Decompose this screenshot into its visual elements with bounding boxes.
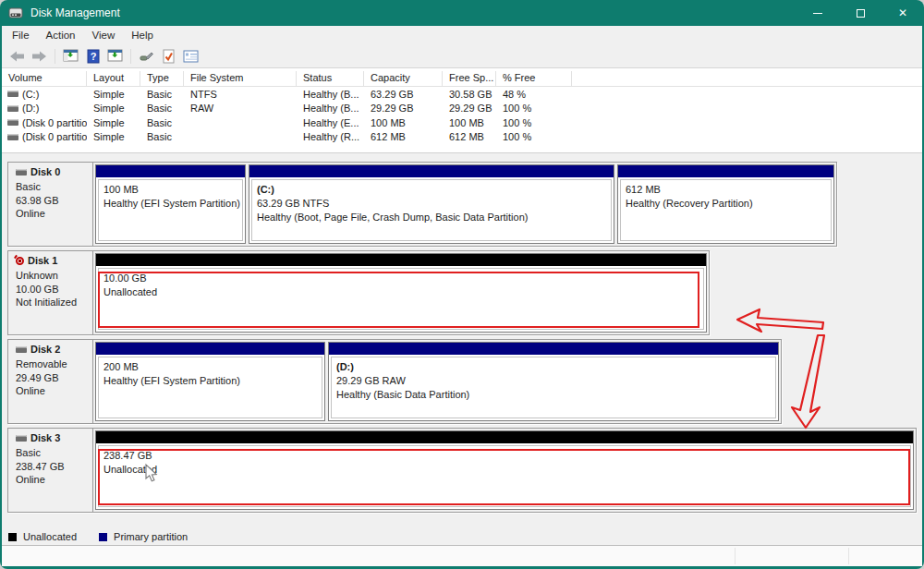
partition-recovery-disk0[interactable]: 612 MB Healthy (Recovery Partition) — [617, 164, 834, 244]
table-row[interactable]: (Disk 0 partition 4) Simple Basic Health… — [2, 130, 922, 145]
column-header-pct-free[interactable]: % Free — [496, 71, 572, 86]
column-header-file-system[interactable]: File System — [184, 71, 297, 86]
disk0-label[interactable]: Disk 0 Basic 63.98 GB Online — [8, 163, 93, 246]
cell-type: Basic — [140, 89, 184, 100]
volume-name: (D:) — [22, 103, 39, 114]
partition-size: 29.29 GB RAW — [336, 374, 773, 388]
cell-type: Basic — [140, 131, 184, 142]
column-header-status[interactable]: Status — [297, 71, 364, 86]
legend-label-unallocated: Unallocated — [23, 531, 77, 542]
column-header-free-space[interactable]: Free Sp... — [443, 71, 496, 86]
disk-name: Disk 3 — [30, 432, 60, 443]
disk3-partitions: 238.47 GB Unallocated — [93, 429, 916, 512]
menu-action[interactable]: Action — [38, 28, 84, 42]
partition-size: 63.29 GB NTFS — [257, 197, 609, 211]
disk-row-0: Disk 0 Basic 63.98 GB Online 100 MB Heal… — [7, 162, 837, 247]
partition-efi-disk0[interactable]: 100 MB Healthy (EFI System Partition) — [95, 164, 246, 244]
table-row[interactable]: (D:) Simple Basic RAW Healthy (B... 29.2… — [2, 102, 922, 116]
cell-layout: Simple — [87, 103, 140, 114]
volume-icon — [7, 91, 18, 97]
close-button[interactable]: ✕ — [881, 0, 924, 26]
disk2-partitions: 200 MB Healthy (EFI System Partition) (D… — [93, 340, 781, 423]
maximize-button[interactable] — [839, 0, 881, 26]
partition-title: (C:) — [257, 183, 609, 197]
partition-efi-disk2[interactable]: 200 MB Healthy (EFI System Partition) — [95, 342, 325, 421]
minimize-button[interactable] — [796, 0, 839, 26]
cell-layout: Simple — [87, 117, 140, 128]
disk2-label[interactable]: Disk 2 Removable 29.49 GB Online — [8, 340, 93, 423]
help-icon[interactable]: ? — [83, 46, 103, 66]
disk1-label[interactable]: Disk 1 Unknown 10.00 GB Not Initialized — [8, 251, 93, 334]
check-document-icon[interactable] — [159, 46, 178, 66]
partition-c-drive[interactable]: (C:) 63.29 GB NTFS Healthy (Boot, Page F… — [249, 164, 614, 244]
forward-icon[interactable] — [30, 46, 49, 66]
disk1-partitions: 10.00 GB Unallocated — [93, 251, 709, 334]
show-console-tree-icon[interactable] — [61, 46, 80, 66]
partition-band — [96, 165, 245, 177]
disk-kind: Basic — [16, 446, 89, 460]
partition-status: Healthy (EFI System Partition) — [103, 374, 320, 388]
partition-d-drive[interactable]: (D:) 29.29 GB RAW Healthy (Basic Data Pa… — [328, 342, 779, 421]
column-header-type[interactable]: Type — [140, 71, 184, 86]
menu-file[interactable]: File — [4, 28, 38, 42]
volume-name: (C:) — [22, 89, 39, 100]
disk0-partitions: 100 MB Healthy (EFI System Partition) (C… — [93, 163, 836, 246]
cell-status: Healthy (B... — [297, 103, 364, 114]
disk-kind: Removable — [16, 357, 89, 371]
disk-row-3: Disk 3 Basic 238.47 GB Online 238.47 GB … — [7, 428, 917, 513]
volume-name: (Disk 0 partition 4) — [22, 131, 87, 142]
volume-icon — [7, 105, 18, 112]
column-header-capacity[interactable]: Capacity — [364, 71, 443, 86]
cell-free-space: 29.29 GB — [443, 103, 496, 114]
console-window-icon[interactable] — [105, 46, 125, 66]
table-row[interactable]: (C:) Simple Basic NTFS Healthy (B... 63.… — [2, 87, 922, 102]
cell-status: Healthy (E... — [297, 117, 364, 128]
disk-icon — [16, 435, 27, 442]
menu-help[interactable]: Help — [123, 28, 162, 42]
partition-band — [96, 254, 706, 266]
legend-bar: Unallocated Primary partition — [2, 528, 922, 546]
disk-row-1: Disk 1 Unknown 10.00 GB Not Initialized … — [7, 250, 710, 335]
disk-tool-icon[interactable] — [137, 46, 156, 66]
status-bar-divider — [735, 548, 736, 564]
disk-warning-icon — [16, 257, 24, 265]
volume-name: (Disk 0 partition 1) — [22, 117, 87, 128]
partition-status: Healthy (Basic Data Partition) — [336, 388, 773, 402]
partition-size: 612 MB — [626, 183, 829, 197]
column-header-filler — [572, 71, 922, 86]
disk-name: Disk 0 — [30, 166, 60, 177]
unallocated-space-disk3[interactable]: 238.47 GB Unallocated — [95, 430, 914, 510]
title-bar: Disk Management ✕ — [0, 0, 924, 26]
annotation-arrow-down — [792, 335, 824, 428]
cell-free-space: 30.58 GB — [443, 89, 496, 100]
cell-file-system: RAW — [184, 103, 297, 114]
disk-size: 238.47 GB — [16, 460, 89, 474]
maximize-icon — [857, 9, 865, 18]
table-row[interactable]: (Disk 0 partition 1) Simple Basic Health… — [2, 115, 922, 130]
window-title: Disk Management — [30, 6, 120, 19]
cell-type: Basic — [140, 117, 184, 128]
volume-list: Volume Layout Type File System Status Ca… — [2, 68, 922, 153]
status-bar-divider — [848, 548, 849, 564]
partition-status: Unallocated — [103, 463, 908, 477]
cell-free-space: 100 MB — [443, 117, 496, 128]
cell-status: Healthy (R... — [297, 131, 364, 142]
cell-pct-free: 100 % — [496, 103, 572, 114]
partition-status: Healthy (Recovery Partition) — [626, 197, 829, 211]
unallocated-space-disk1[interactable]: 10.00 GB Unallocated — [95, 253, 707, 333]
back-icon[interactable] — [7, 46, 27, 66]
menu-view[interactable]: View — [84, 28, 124, 42]
properties-icon[interactable] — [181, 46, 201, 66]
close-icon: ✕ — [898, 7, 907, 18]
column-header-layout[interactable]: Layout — [87, 71, 140, 86]
partition-size: 238.47 GB — [103, 449, 908, 463]
legend-swatch-primary — [99, 533, 107, 541]
partition-size: 200 MB — [103, 360, 320, 374]
disk3-label[interactable]: Disk 3 Basic 238.47 GB Online — [8, 429, 93, 512]
disk-state: Not Initialized — [16, 296, 89, 309]
partition-status: Healthy (Boot, Page File, Crash Dump, Ba… — [257, 211, 609, 224]
column-header-volume[interactable]: Volume — [2, 71, 87, 86]
partition-band — [96, 431, 913, 443]
legend-swatch-unallocated — [8, 533, 17, 541]
menu-bar: File Action View Help — [2, 26, 922, 44]
